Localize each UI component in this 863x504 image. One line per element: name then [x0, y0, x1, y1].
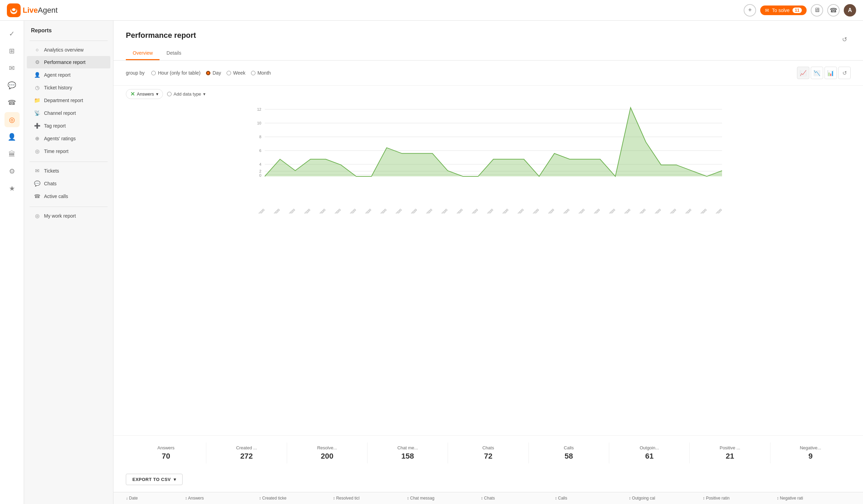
tab-details[interactable]: Details — [160, 47, 188, 60]
add-data-type-radio[interactable] — [167, 92, 172, 96]
table-col-positive[interactable]: ↕ Positive ratin — [703, 496, 777, 501]
chart-bar-button[interactable]: 📊 — [824, 67, 837, 79]
radio-week[interactable]: Week — [227, 70, 245, 76]
chart-refresh-button[interactable]: ↺ — [838, 67, 851, 79]
data-type-row: ✕ Answers ▾ Add data type ▾ — [113, 86, 863, 99]
answers-tag-chevron[interactable]: ▾ — [156, 91, 159, 97]
svg-text:10/22/2020: 10/22/2020 — [542, 208, 555, 213]
table-col-outgoing[interactable]: ↕ Outgoing cal — [629, 496, 703, 501]
svg-text:10/18/2020: 10/18/2020 — [480, 208, 494, 213]
sidebar-icon-contacts[interactable]: 👤 — [4, 129, 20, 144]
radio-month[interactable]: Month — [251, 70, 271, 76]
logo-icon — [7, 3, 21, 17]
add-data-type-button[interactable]: Add data type ▾ — [167, 91, 206, 97]
refresh-icon[interactable]: ↺ — [839, 32, 851, 47]
sidebar-icon-settings[interactable]: ⚙ — [4, 164, 20, 179]
chart-line-button[interactable]: 📉 — [811, 67, 823, 79]
sidebar-icon-mail[interactable]: ✉ — [4, 61, 20, 76]
table-col-created[interactable]: ↕ Created ticke — [259, 496, 333, 501]
nav-item-tickets[interactable]: ✉ Tickets — [27, 165, 110, 177]
radio-hour-input[interactable] — [151, 71, 156, 75]
table-col-chat-msg[interactable]: ↕ Chat messag — [407, 496, 481, 501]
nav-item-tag[interactable]: ➕ Tag report — [27, 120, 110, 132]
nav-item-ticket-history-label: Ticket history — [44, 85, 72, 90]
sidebar-icon-chat[interactable]: 💬 — [4, 78, 20, 93]
sidebar-icon-grid[interactable]: ⊞ — [4, 43, 20, 58]
svg-text:10/03/2020: 10/03/2020 — [252, 208, 265, 213]
sidebar-icon-company[interactable]: 🏛 — [4, 146, 20, 162]
nav-item-my-work[interactable]: ◎ My work report — [27, 210, 110, 222]
nav-item-department[interactable]: 📁 Department report — [27, 94, 110, 107]
nav-item-analytics[interactable]: ○ Analytics overview — [27, 44, 110, 56]
radio-day[interactable]: Day — [206, 70, 221, 76]
phone-button[interactable]: ☎ — [827, 4, 840, 17]
answers-tag-remove[interactable]: ✕ — [130, 91, 135, 97]
stat-chats-label: Chats — [448, 445, 528, 450]
nav-item-chats[interactable]: 💬 Chats — [27, 177, 110, 190]
bar-chart-icon: 📊 — [827, 70, 834, 76]
table-col-calls[interactable]: ↕ Calls — [555, 496, 629, 501]
star-icon: ★ — [9, 184, 15, 193]
table-col-answers[interactable]: ↕ Answers — [185, 496, 259, 501]
add-button[interactable]: + — [744, 4, 756, 17]
nav-item-time[interactable]: ◎ Time report — [27, 145, 110, 157]
table-col-resolved[interactable]: ↕ Resolved ticl — [333, 496, 407, 501]
svg-text:10/28/2020: 10/28/2020 — [633, 208, 646, 213]
export-csv-button[interactable]: EXPORT TO CSV ▾ — [126, 474, 183, 485]
stat-created-label: Created ... — [206, 445, 286, 450]
stat-chat-messages: Chat me... 158 — [368, 442, 448, 463]
nav-item-tag-label: Tag report — [44, 123, 66, 129]
nav-section-title: Reports — [24, 28, 113, 38]
nav-item-ticket-history[interactable]: ◷ Ticket history — [27, 81, 110, 94]
svg-text:10/23/2020: 10/23/2020 — [557, 208, 570, 213]
svg-text:10/27/2020: 10/27/2020 — [618, 208, 631, 213]
x-axis-labels: 10/03/202010/04/202010/05/202010/06/2020… — [126, 193, 851, 213]
plus-icon: + — [748, 7, 752, 14]
radio-week-input[interactable] — [227, 71, 231, 75]
contacts-icon: 👤 — [8, 133, 16, 141]
svg-point-2 — [12, 8, 15, 11]
report-tabs: Overview Details — [126, 47, 851, 60]
stat-chat-messages-value: 158 — [368, 452, 448, 461]
nav-item-ratings-label: Agents' ratings — [44, 136, 76, 141]
nav-item-performance[interactable]: ⚙ Performance report — [27, 56, 110, 68]
group-by-label: group by — [126, 70, 144, 76]
radio-day-input[interactable] — [206, 71, 210, 75]
radio-month-label: Month — [258, 70, 271, 76]
table-col-resolved-label: ↕ Resolved ticl — [333, 496, 359, 501]
radio-month-input[interactable] — [251, 71, 255, 75]
nav-item-time-label: Time report — [44, 149, 68, 154]
logo-label: LiveAgent — [23, 6, 58, 15]
answers-tag[interactable]: ✕ Answers ▾ — [126, 89, 163, 99]
svg-text:10/16/2020: 10/16/2020 — [450, 208, 463, 213]
svg-text:10/31/2020: 10/31/2020 — [679, 208, 692, 213]
nav-item-chats-label: Chats — [44, 181, 57, 186]
chart-svg-wrapper: 12 10 8 6 4 2 0 10/03/202010/04/202010/0… — [126, 102, 851, 215]
radio-hour[interactable]: Hour (only for table) — [151, 70, 200, 76]
nav-item-ratings[interactable]: ⊕ Agents' ratings — [27, 132, 110, 145]
sidebar-icon-phone[interactable]: ☎ — [4, 95, 20, 110]
sidebar-icon-reports[interactable]: ◎ — [4, 112, 20, 127]
tab-overview[interactable]: Overview — [126, 47, 160, 60]
table-col-date[interactable]: ↓ Date — [126, 496, 185, 501]
stat-answers-label: Answers — [126, 445, 206, 450]
avatar-button[interactable]: A — [844, 4, 856, 17]
sidebar-icon-check[interactable]: ✓ — [4, 26, 20, 41]
nav-item-channel-label: Channel report — [44, 110, 76, 116]
table-col-chats[interactable]: ↕ Chats — [481, 496, 555, 501]
nav-item-active-calls[interactable]: ☎ Active calls — [27, 190, 110, 202]
monitor-button[interactable]: 🖥 — [811, 4, 823, 17]
ratings-icon: ⊕ — [34, 135, 41, 142]
logo-text-1: Live — [23, 6, 38, 14]
logo[interactable]: LiveAgent — [7, 3, 58, 17]
nav-item-agent[interactable]: 👤 Agent report — [27, 69, 110, 81]
add-data-type-chevron: ▾ — [203, 91, 206, 97]
table-col-negative[interactable]: ↕ Negative rati — [777, 496, 851, 501]
svg-text:10/24/2020: 10/24/2020 — [572, 208, 585, 213]
nav-item-channel[interactable]: 📡 Channel report — [27, 107, 110, 119]
tosolve-button[interactable]: ✉ To solve 11 — [760, 6, 807, 15]
table-col-chat-msg-label: ↕ Chat messag — [407, 496, 434, 501]
active-calls-icon: ☎ — [34, 193, 41, 199]
sidebar-icon-star[interactable]: ★ — [4, 181, 20, 196]
chart-area-button[interactable]: 📈 — [797, 67, 809, 79]
